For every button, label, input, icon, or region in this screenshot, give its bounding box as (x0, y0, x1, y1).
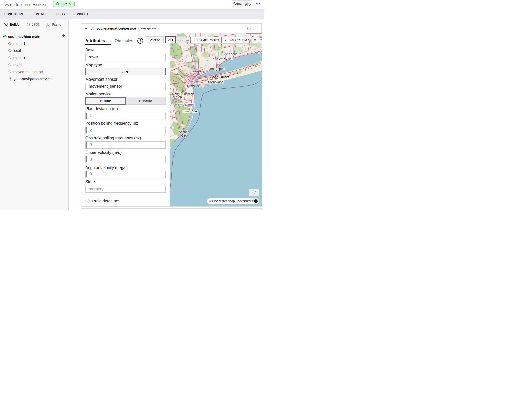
svg-text:Rhod: Rhod (256, 50, 262, 54)
svg-text:Atlantic: Atlantic (179, 130, 189, 134)
svg-text:New Haven: New Haven (216, 57, 233, 60)
svg-text:Connecticut: Connecticut (222, 52, 241, 56)
svg-text:New Jersey: New Jersey (175, 102, 193, 106)
svg-text:Pro: Pro (259, 38, 262, 42)
svg-text:ia: ia (170, 110, 172, 114)
svg-text:City: City (181, 134, 187, 137)
svg-text:nd: nd (170, 126, 173, 130)
svg-text:Long Island: Long Island (210, 75, 229, 79)
svg-text:Trenton: Trenton (171, 95, 182, 99)
svg-text:New York: New York (187, 84, 204, 88)
svg-text:Toms River: Toms River (182, 110, 198, 113)
svg-text:Bridgeport: Bridgeport (210, 67, 225, 71)
svg-text:Brentwood: Brentwood (208, 80, 223, 84)
